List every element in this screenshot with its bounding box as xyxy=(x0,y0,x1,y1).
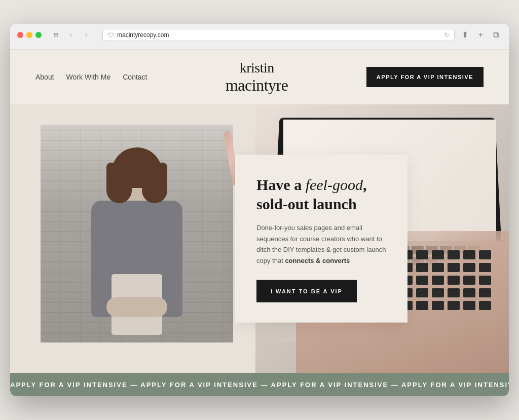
address-bar[interactable]: 🛡 macintyrecopy.com ↻ xyxy=(102,29,455,41)
new-tab-button[interactable]: + xyxy=(475,29,486,41)
keyboard-key xyxy=(479,301,491,310)
headline-part1: Have a xyxy=(256,176,306,193)
close-button[interactable] xyxy=(17,32,23,38)
keyboard-key xyxy=(479,276,491,285)
window-icon[interactable]: ⊞ xyxy=(50,30,62,40)
browser-chrome: ⊞ ‹ › 🛡 macintyrecopy.com ↻ ⬆ + ⧉ xyxy=(10,24,509,50)
subtext-bold: connects & converts xyxy=(285,256,350,264)
keyboard-key xyxy=(432,263,444,272)
site-content: About Work With Me Contact kristin macin… xyxy=(10,50,509,397)
keyboard-key xyxy=(448,263,460,272)
logo-last-name: macintyre xyxy=(147,76,366,95)
keyboard-key xyxy=(432,250,444,259)
keyboard-key xyxy=(479,288,491,297)
browser-controls: ⊞ ‹ › xyxy=(50,30,92,40)
content-card: Have a feel-good, sold-out launch Done-f… xyxy=(235,155,407,323)
keyboard-key xyxy=(448,250,460,259)
keyboard-key xyxy=(432,288,444,297)
headline-end: launch xyxy=(309,196,356,212)
reload-icon[interactable]: ↻ xyxy=(444,31,449,39)
keyboard-key xyxy=(432,276,444,285)
person-hands xyxy=(106,297,167,317)
headline-bold: sold-out xyxy=(256,196,309,212)
keyboard-key xyxy=(463,276,475,285)
site-logo: kristin macintyre xyxy=(147,60,366,95)
hero-section: // Generate keyboard keys dynamically Ha… xyxy=(10,104,509,373)
hero-subtext: Done-for-you sales pages and email seque… xyxy=(256,222,386,266)
keyboard-key xyxy=(479,263,491,272)
hero-headline: Have a feel-good, sold-out launch xyxy=(256,175,386,213)
nav-contact[interactable]: Contact xyxy=(123,73,147,81)
keyboard-key xyxy=(416,301,428,310)
maximize-button[interactable] xyxy=(35,32,42,38)
main-nav: About Work With Me Contact xyxy=(35,73,147,81)
keyboard-key xyxy=(448,276,460,285)
nav-about[interactable]: About xyxy=(35,73,54,81)
nav-work-with-me[interactable]: Work With Me xyxy=(66,73,111,81)
back-button[interactable]: ‹ xyxy=(65,30,77,40)
person-figure xyxy=(66,140,208,342)
url-text: macintyrecopy.com xyxy=(117,31,169,39)
logo-first-name: kristin xyxy=(240,60,274,75)
person-photo xyxy=(41,125,233,342)
minimize-button[interactable] xyxy=(26,32,32,38)
browser-window: ⊞ ‹ › 🛡 macintyrecopy.com ↻ ⬆ + ⧉ xyxy=(10,24,509,397)
headline-italic: feel-good xyxy=(306,176,363,193)
keyboard-key xyxy=(432,301,444,310)
logo-text[interactable]: kristin macintyre xyxy=(147,60,366,95)
apply-vip-button[interactable]: APPLY FOR A VIP INTENSIVE xyxy=(366,67,484,87)
forward-button[interactable]: › xyxy=(80,30,92,40)
keyboard-key xyxy=(416,288,428,297)
person-hair xyxy=(112,147,162,188)
keyboard-key xyxy=(448,288,460,297)
keyboard-key xyxy=(479,250,491,259)
keyboard-key xyxy=(463,301,475,310)
site-header: About Work With Me Contact kristin macin… xyxy=(10,50,509,105)
keyboard-key xyxy=(463,263,475,272)
browser-actions: ⬆ + ⧉ xyxy=(459,29,502,41)
traffic-lights xyxy=(17,32,42,38)
security-icon: 🛡 xyxy=(108,31,114,39)
tabs-button[interactable]: ⧉ xyxy=(490,29,502,41)
ticker-banner: APPLY FOR A VIP INTENSIVE — APPLY FOR A … xyxy=(10,373,509,396)
ticker-text: APPLY FOR A VIP INTENSIVE — APPLY FOR A … xyxy=(10,381,509,389)
keyboard-key xyxy=(463,250,475,259)
keyboard-key xyxy=(463,288,475,297)
headline-comma: , xyxy=(363,176,367,193)
keyboard-key xyxy=(416,250,428,259)
keyboard-key xyxy=(416,263,428,272)
vip-cta-button[interactable]: I WANT TO BE A VIP xyxy=(256,280,357,302)
keyboard-key xyxy=(416,276,428,285)
share-button[interactable]: ⬆ xyxy=(459,29,471,41)
keyboard-key xyxy=(448,301,460,310)
